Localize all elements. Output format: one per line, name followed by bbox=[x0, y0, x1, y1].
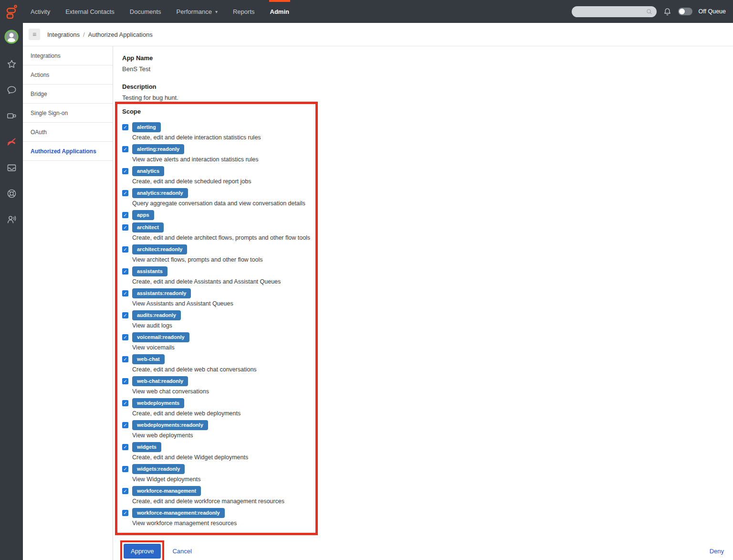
scope-row: ✓ web-chat:readonly bbox=[122, 376, 311, 386]
breadcrumb-parent-link[interactable]: Integrations bbox=[47, 31, 80, 38]
scope-item: ✓ audits:readonly View audit logs bbox=[122, 310, 311, 330]
topbar-nav-item[interactable]: External Contacts bbox=[58, 0, 122, 23]
topbar-nav-item[interactable]: Admin bbox=[262, 0, 297, 23]
search-input[interactable] bbox=[572, 6, 657, 17]
scope-description: Create, edit and delete workforce manage… bbox=[132, 497, 311, 506]
topbar-nav-item[interactable]: Documents bbox=[122, 0, 169, 23]
scope-row: ✓ widgets bbox=[122, 442, 311, 452]
app-rail bbox=[0, 23, 23, 560]
description-label: Description bbox=[122, 83, 733, 90]
topbar-nav-item[interactable]: Reports bbox=[225, 0, 262, 23]
scope-checkbox[interactable]: ✓ bbox=[122, 312, 128, 318]
scope-badge: architect bbox=[132, 222, 164, 232]
scope-row: ✓ audits:readonly bbox=[122, 310, 311, 320]
scope-checkbox[interactable]: ✓ bbox=[122, 444, 128, 450]
topbar-nav-label: Activity bbox=[31, 8, 50, 15]
scope-item: ✓ architect Create, edit and delete arch… bbox=[122, 222, 311, 242]
scope-description: Create, edit and delete Widget deploymen… bbox=[132, 454, 311, 462]
breadcrumb-bar: ≡ Integrations / Authorized Applications bbox=[23, 23, 733, 46]
scope-badge: assistants:readonly bbox=[132, 288, 191, 298]
scope-checkbox[interactable]: ✓ bbox=[122, 224, 128, 231]
chat-button[interactable] bbox=[6, 85, 17, 95]
scope-description: Create, edit and delete interaction stat… bbox=[132, 134, 311, 142]
scope-item: ✓ architect:readonly View architect flow… bbox=[122, 244, 311, 264]
scope-item: ✓ alerting Create, edit and delete inter… bbox=[122, 122, 311, 142]
agent-activity-button[interactable] bbox=[6, 214, 17, 225]
scope-checkbox[interactable]: ✓ bbox=[122, 124, 128, 130]
scope-annotation-box: Scope ✓ alerting Create, edit and delete… bbox=[115, 102, 318, 535]
scope-checkbox[interactable]: ✓ bbox=[122, 334, 128, 340]
scope-checkbox[interactable]: ✓ bbox=[122, 212, 128, 218]
favorites-button[interactable] bbox=[6, 59, 17, 70]
sidebar-menu-label: Authorized Applications bbox=[31, 148, 96, 155]
scope-checkbox[interactable]: ✓ bbox=[122, 510, 128, 516]
scope-row: ✓ alerting:readonly bbox=[122, 144, 311, 154]
scope-checkbox[interactable]: ✓ bbox=[122, 356, 128, 362]
scope-description: View web chat conversations bbox=[132, 388, 311, 396]
sidebar-menu-item[interactable]: Authorized Applications bbox=[23, 142, 113, 161]
topbar: Activity External Contacts Documents Per… bbox=[0, 0, 733, 23]
scope-item: ✓ assistants:readonly View Assistants an… bbox=[122, 288, 311, 308]
sidebar-menu-item[interactable]: Bridge bbox=[23, 85, 113, 104]
hamburger-icon: ≡ bbox=[32, 31, 36, 38]
scope-badge: audits:readonly bbox=[132, 310, 181, 320]
topbar-nav-item[interactable]: Performance ▾ bbox=[169, 0, 225, 23]
topbar-nav-label: Admin bbox=[270, 8, 289, 15]
scope-checkbox[interactable]: ✓ bbox=[122, 190, 128, 196]
scope-badge: workforce-management bbox=[132, 486, 201, 496]
sidebar-menu-item[interactable]: Actions bbox=[23, 65, 113, 85]
phone-disconnect-button[interactable] bbox=[6, 136, 17, 148]
scope-description: Create, edit and delete web chat convers… bbox=[132, 366, 311, 374]
scope-checkbox[interactable]: ✓ bbox=[122, 168, 128, 174]
scope-row: ✓ assistants bbox=[122, 266, 311, 276]
scope-description: View audit logs bbox=[132, 322, 311, 330]
sidebar-menu-item[interactable]: Single Sign-on bbox=[23, 104, 113, 123]
topbar-nav-item[interactable]: Activity bbox=[23, 0, 58, 23]
sidebar-menu-label: Integrations bbox=[31, 53, 61, 59]
queue-status-toggle[interactable] bbox=[678, 8, 692, 15]
topbar-nav-label: External Contacts bbox=[65, 8, 115, 15]
help-button[interactable] bbox=[6, 188, 17, 199]
scope-row: ✓ web-chat bbox=[122, 354, 311, 364]
scope-checkbox[interactable]: ✓ bbox=[122, 488, 128, 494]
scope-badge: web-chat bbox=[132, 354, 165, 364]
user-avatar[interactable] bbox=[4, 30, 19, 44]
scope-row: ✓ workforce-management bbox=[122, 486, 311, 496]
scope-row: ✓ voicemail:readonly bbox=[122, 332, 311, 342]
scope-row: ✓ architect bbox=[122, 222, 311, 232]
deny-link[interactable]: Deny bbox=[710, 548, 724, 555]
scope-checkbox[interactable]: ✓ bbox=[122, 466, 128, 472]
video-button[interactable] bbox=[6, 110, 17, 121]
scope-checkbox[interactable]: ✓ bbox=[122, 400, 128, 406]
scope-checkbox[interactable]: ✓ bbox=[122, 246, 128, 253]
breadcrumb: Integrations / Authorized Applications bbox=[47, 31, 153, 38]
scope-checkbox[interactable]: ✓ bbox=[122, 268, 128, 275]
breadcrumb-current: Authorized Applications bbox=[88, 31, 153, 38]
search-icon bbox=[646, 8, 653, 15]
approve-button[interactable]: Approve bbox=[124, 544, 161, 559]
scope-row: ✓ alerting bbox=[122, 122, 311, 132]
topbar-nav-label: Reports bbox=[233, 8, 255, 15]
scope-checkbox[interactable]: ✓ bbox=[122, 290, 128, 296]
description-group: Description Testing for bug hunt. bbox=[122, 83, 733, 101]
sidebar-menu-item[interactable]: Integrations bbox=[23, 46, 113, 65]
scope-checkbox[interactable]: ✓ bbox=[122, 146, 128, 152]
menu-collapse-button[interactable]: ≡ bbox=[29, 29, 40, 40]
scope-checkbox[interactable]: ✓ bbox=[122, 378, 128, 384]
scope-badge: assistants bbox=[132, 266, 168, 276]
genesys-logo-icon[interactable] bbox=[0, 0, 23, 23]
inbox-tray-icon bbox=[6, 162, 17, 173]
scope-badge: widgets:readonly bbox=[132, 464, 185, 474]
cancel-link[interactable]: Cancel bbox=[172, 548, 191, 555]
scope-description: View architect flows, prompts and other … bbox=[132, 256, 311, 264]
scope-checkbox[interactable]: ✓ bbox=[122, 422, 128, 428]
notifications-bell-icon[interactable] bbox=[663, 7, 672, 17]
admin-sidebar: Integrations Actions Bridge Single Sign-… bbox=[23, 46, 113, 560]
action-bar: Approve Cancel Deny bbox=[120, 540, 733, 560]
inbox-button[interactable] bbox=[6, 162, 17, 173]
description-value: Testing for bug hunt. bbox=[122, 94, 733, 101]
sidebar-menu-item[interactable]: OAuth bbox=[23, 123, 113, 142]
scope-badge: apps bbox=[132, 210, 154, 220]
topbar-right-cluster: Off Queue bbox=[572, 0, 733, 23]
app-window: Activity External Contacts Documents Per… bbox=[0, 0, 733, 560]
